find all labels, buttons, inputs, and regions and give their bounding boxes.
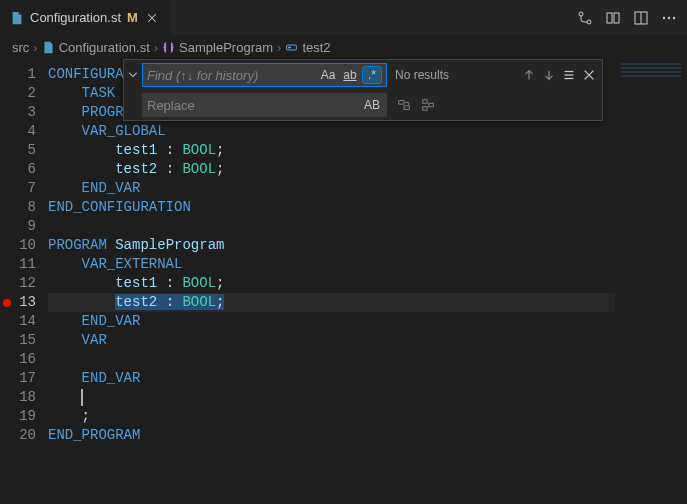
svg-rect-17 — [423, 107, 427, 111]
preserve-case-button[interactable]: AB — [362, 96, 382, 114]
tab-filename: Configuration.st — [30, 10, 121, 25]
prev-match-button[interactable] — [522, 68, 536, 82]
code-line[interactable]: END_VAR — [48, 179, 687, 198]
svg-point-7 — [668, 16, 670, 18]
code-line[interactable]: VAR — [48, 331, 687, 350]
chevron-right-icon: › — [154, 40, 158, 55]
code-line[interactable]: test2 : BOOL; — [48, 293, 687, 312]
close-find-button[interactable] — [582, 68, 596, 82]
svg-rect-14 — [399, 101, 404, 105]
breadcrumb-file[interactable]: Configuration.st — [59, 40, 150, 55]
tab-modified-indicator: M — [127, 10, 138, 25]
code-content[interactable]: CONFIGURATION PLC_1 TASK Main(Interval :… — [48, 65, 687, 451]
line-number[interactable]: 13 — [14, 293, 36, 312]
code-line[interactable] — [48, 350, 687, 369]
svg-point-8 — [673, 16, 675, 18]
line-number[interactable]: 10 — [14, 236, 36, 255]
breadcrumb-sym1[interactable]: SampleProgram — [179, 40, 273, 55]
code-line[interactable]: test2 : BOOL; — [48, 160, 687, 179]
line-number[interactable]: 7 — [14, 179, 36, 198]
breadcrumb-sym2[interactable]: test2 — [302, 40, 330, 55]
replace-one-button[interactable] — [397, 98, 411, 112]
split-editor-icon[interactable] — [633, 10, 649, 26]
line-number[interactable]: 16 — [14, 350, 36, 369]
line-number[interactable]: 18 — [14, 388, 36, 407]
svg-rect-16 — [423, 100, 427, 104]
code-line[interactable] — [48, 388, 687, 407]
line-number-gutter[interactable]: 1234567891011121314151617181920 — [14, 65, 48, 451]
find-input-container: Aa ab .* — [142, 63, 387, 87]
svg-rect-2 — [607, 13, 612, 23]
find-replace-widget: Aa ab .* No results AB — [123, 59, 603, 121]
line-number[interactable]: 5 — [14, 141, 36, 160]
line-number[interactable]: 2 — [14, 84, 36, 103]
replace-input[interactable] — [147, 98, 362, 113]
tab-actions — [577, 10, 687, 26]
chevron-right-icon: › — [33, 40, 37, 55]
code-line[interactable]: PROGRAM SampleProgram — [48, 236, 687, 255]
code-line[interactable]: END_VAR — [48, 312, 687, 331]
symbol-namespace-icon — [162, 41, 175, 54]
line-number[interactable]: 20 — [14, 426, 36, 445]
svg-rect-3 — [614, 13, 619, 23]
next-match-button[interactable] — [542, 68, 556, 82]
code-line[interactable]: ; — [48, 407, 687, 426]
open-changes-icon[interactable] — [605, 10, 621, 26]
line-number[interactable]: 19 — [14, 407, 36, 426]
svg-rect-15 — [404, 106, 409, 110]
breadcrumb[interactable]: src › Configuration.st › SampleProgram ›… — [0, 35, 687, 59]
breadcrumb-src[interactable]: src — [12, 40, 29, 55]
minimap-content — [621, 63, 681, 123]
code-line[interactable]: VAR_EXTERNAL — [48, 255, 687, 274]
code-line[interactable]: END_CONFIGURATION — [48, 198, 687, 217]
breakpoint-icon[interactable] — [3, 299, 11, 307]
code-line[interactable]: test1 : BOOL; — [48, 274, 687, 293]
chevron-right-icon: › — [277, 40, 281, 55]
minimap[interactable] — [615, 59, 687, 499]
match-whole-word-button[interactable]: ab — [340, 66, 360, 84]
more-actions-icon[interactable] — [661, 10, 677, 26]
symbol-variable-icon — [285, 41, 298, 54]
replace-all-button[interactable] — [421, 98, 435, 112]
line-number[interactable]: 12 — [14, 274, 36, 293]
line-number[interactable]: 11 — [14, 255, 36, 274]
code-line[interactable] — [48, 217, 687, 236]
svg-rect-9 — [287, 45, 297, 50]
code-line[interactable]: test1 : BOOL; — [48, 141, 687, 160]
match-case-button[interactable]: Aa — [318, 66, 338, 84]
find-in-selection-button[interactable] — [562, 68, 576, 82]
use-regex-button[interactable]: .* — [362, 66, 382, 84]
line-number[interactable]: 14 — [14, 312, 36, 331]
line-number[interactable]: 15 — [14, 331, 36, 350]
toggle-replace-button[interactable] — [124, 60, 142, 90]
line-number[interactable]: 1 — [14, 65, 36, 84]
svg-rect-18 — [429, 103, 433, 107]
svg-point-6 — [663, 16, 665, 18]
editor-tab-configuration[interactable]: Configuration.st M — [0, 0, 170, 35]
replace-input-container: AB — [142, 93, 387, 117]
svg-point-0 — [579, 12, 583, 16]
line-number[interactable]: 8 — [14, 198, 36, 217]
svg-point-1 — [587, 20, 591, 24]
find-results-label: No results — [387, 68, 457, 82]
svg-rect-10 — [289, 46, 291, 48]
line-number[interactable]: 17 — [14, 369, 36, 388]
code-line[interactable]: END_VAR — [48, 369, 687, 388]
line-number[interactable]: 6 — [14, 160, 36, 179]
tab-bar: Configuration.st M — [0, 0, 687, 35]
close-tab-button[interactable] — [144, 10, 160, 26]
file-icon — [42, 41, 55, 54]
scm-compare-icon[interactable] — [577, 10, 593, 26]
file-icon — [10, 11, 24, 25]
line-number[interactable]: 9 — [14, 217, 36, 236]
line-number[interactable]: 3 — [14, 103, 36, 122]
code-line[interactable]: END_PROGRAM — [48, 426, 687, 445]
find-input[interactable] — [147, 68, 318, 83]
line-number[interactable]: 4 — [14, 122, 36, 141]
code-line[interactable]: VAR_GLOBAL — [48, 122, 687, 141]
